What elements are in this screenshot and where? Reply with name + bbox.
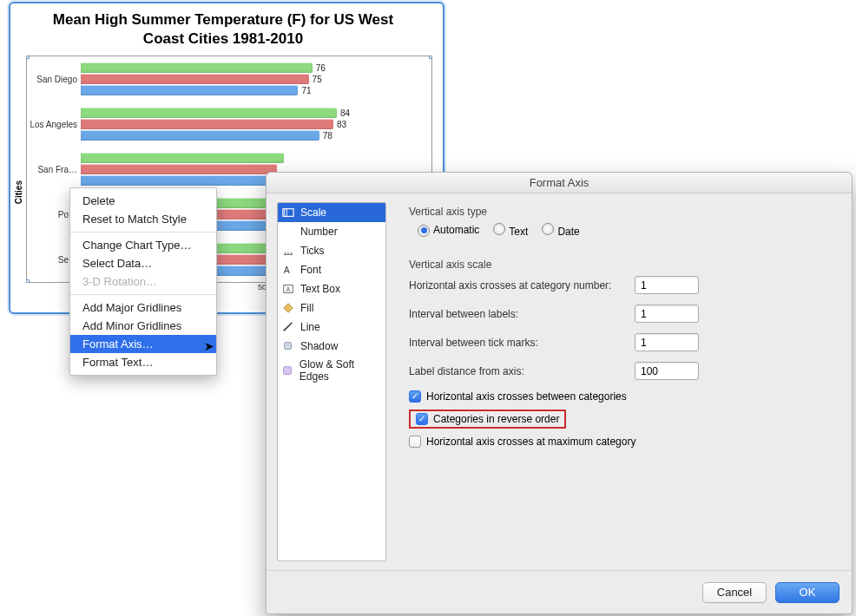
radio-text[interactable]: Text [493, 223, 528, 238]
menu-delete[interactable]: Delete [70, 192, 216, 210]
side-font[interactable]: A Font [278, 260, 385, 279]
bar-value: 84 [340, 108, 350, 118]
category-label: San Diego [27, 75, 81, 84]
side-shadow[interactable]: Shadow [278, 337, 385, 356]
bar-value: 83 [337, 120, 346, 129]
chart-title: Mean High Summer Temperature (F) for US … [14, 10, 432, 49]
radio-icon [493, 223, 505, 235]
label-interval-labels: Interval between labels: [409, 308, 635, 320]
menu-3d-rotation: 3-D Rotation… [70, 272, 216, 291]
bar-value: 76 [316, 63, 326, 73]
glow-icon [281, 364, 294, 377]
menu-select-data[interactable]: Select Data… [70, 254, 216, 272]
radio-date[interactable]: Date [542, 223, 579, 238]
menu-add-minor-gridlines[interactable]: Add Minor Gridlines [70, 317, 216, 335]
side-ticks[interactable]: Ticks [278, 241, 385, 260]
category-label: San Fra… [27, 165, 81, 174]
number-icon [281, 225, 295, 239]
shadow-icon [281, 339, 295, 353]
side-fill[interactable]: Fill [278, 298, 385, 318]
input-crosses-at[interactable] [635, 276, 699, 294]
radio-icon [542, 223, 554, 235]
bar-value: 71 [301, 86, 311, 95]
line-icon [281, 320, 295, 334]
side-glow[interactable]: Glow & Soft Edges [278, 356, 385, 385]
dialog-content: Vertical axis type Automatic Text Date V… [398, 202, 841, 561]
menu-add-major-gridlines[interactable]: Add Major Gridlines [70, 298, 216, 317]
menu-separator [70, 232, 216, 233]
fill-icon [281, 301, 295, 315]
label-reverse: Categories in reverse order [433, 413, 559, 425]
scale-icon [281, 206, 295, 220]
svg-line-10 [284, 323, 293, 331]
label-between: Horizontal axis crosses between categori… [426, 390, 627, 403]
checkbox-between[interactable] [409, 390, 421, 403]
font-icon: A [281, 263, 295, 277]
selection-handle[interactable] [26, 56, 30, 59]
radio-automatic[interactable]: Automatic [418, 224, 479, 237]
textbox-icon: A [281, 282, 295, 296]
radio-icon [418, 225, 430, 237]
ok-button[interactable]: OK [775, 582, 840, 603]
dialog-sidebar: Scale Number Ticks A Font A Text Box Fil… [277, 202, 386, 561]
selection-handle[interactable] [429, 56, 432, 59]
side-scale[interactable]: Scale [278, 203, 385, 222]
label-crosses-at: Horizontal axis crosses at category numb… [409, 279, 635, 292]
menu-separator [70, 294, 216, 295]
side-line[interactable]: Line [278, 318, 385, 337]
menu-reset-style[interactable]: Reset to Match Style [70, 210, 216, 228]
input-interval-ticks[interactable] [635, 333, 699, 351]
side-textbox[interactable]: A Text Box [278, 279, 385, 298]
highlight-reverse: Categories in reverse order [409, 410, 566, 429]
svg-text:A: A [284, 265, 290, 275]
cursor-icon: ➤ [204, 338, 214, 352]
checkbox-max[interactable] [409, 436, 421, 448]
bar-value: 78 [323, 131, 333, 141]
axis-type-label: Vertical axis type [409, 206, 831, 218]
label-interval-ticks: Interval between tick marks: [409, 337, 635, 349]
label-distance: Label distance from axis: [409, 365, 635, 377]
axis-scale-label: Vertical axis scale [409, 259, 831, 271]
svg-rect-11 [285, 343, 292, 350]
ticks-icon [281, 244, 295, 258]
y-axis-title[interactable]: Cities [14, 146, 26, 204]
menu-change-chart-type[interactable]: Change Chart Type… [70, 236, 216, 254]
input-label-distance[interactable] [635, 362, 699, 380]
cancel-button[interactable]: Cancel [702, 582, 767, 603]
svg-rect-12 [284, 367, 292, 375]
context-menu: Delete Reset to Match Style Change Chart… [69, 187, 217, 376]
format-axis-dialog: Format Axis Scale Number Ticks A Font A … [266, 172, 853, 614]
bar-value: 75 [313, 75, 322, 84]
menu-format-text[interactable]: Format Text… [70, 353, 216, 371]
menu-format-axis[interactable]: Format Axis… ➤ [70, 335, 216, 353]
selection-handle[interactable] [26, 279, 30, 283]
dialog-title: Format Axis [267, 173, 852, 193]
label-max: Horizontal axis crosses at maximum categ… [426, 436, 635, 448]
category-label: Los Angeles [27, 120, 81, 129]
side-number[interactable]: Number [278, 222, 385, 241]
checkbox-reverse[interactable] [416, 413, 428, 425]
input-interval-labels[interactable] [635, 305, 699, 323]
svg-text:A: A [286, 286, 290, 292]
